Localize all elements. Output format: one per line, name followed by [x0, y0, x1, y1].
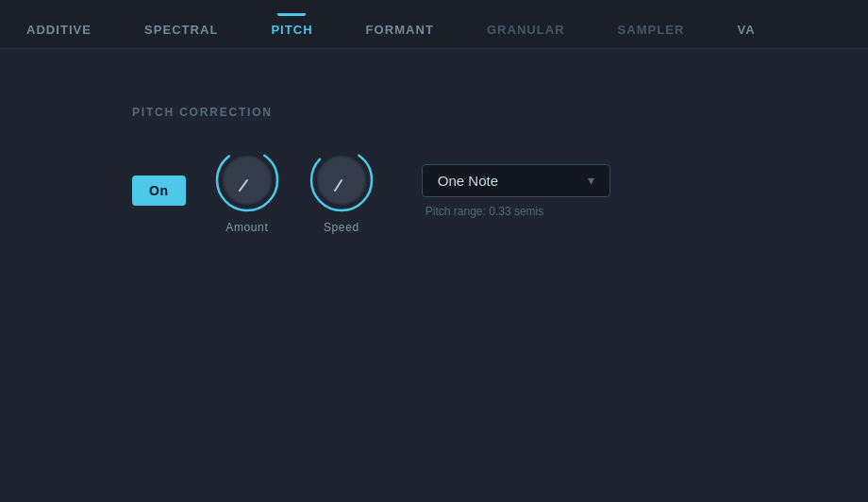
tab-granular[interactable]: GRANULAR: [460, 13, 592, 48]
tab-sampler[interactable]: SAMPLER: [592, 13, 711, 48]
tab-pitch[interactable]: PITCH: [244, 13, 339, 48]
speed-knob-container: Speed: [309, 147, 375, 234]
section-title: PITCH CORRECTION: [132, 106, 736, 119]
pitch-range-text: Pitch range: 0.33 semis: [422, 205, 610, 218]
controls-row: On Amount: [132, 147, 736, 234]
speed-label: Speed: [324, 221, 359, 234]
chevron-down-icon: ▾: [588, 173, 594, 188]
main-content: PITCH CORRECTION On Amount: [0, 49, 868, 291]
note-dropdown[interactable]: One Note ▾: [422, 164, 610, 197]
on-button[interactable]: On: [132, 176, 186, 206]
speed-knob[interactable]: [309, 147, 375, 213]
right-controls: One Note ▾ Pitch range: 0.33 semis: [422, 164, 610, 218]
tab-additive[interactable]: ADDITIVE: [0, 13, 118, 48]
tab-spectral[interactable]: SPECTRAL: [118, 13, 244, 48]
tab-formant[interactable]: FORMANT: [340, 13, 460, 48]
note-dropdown-value: One Note: [438, 173, 573, 189]
amount-label: Amount: [225, 221, 268, 234]
tab-bar: ADDITIVE SPECTRAL PITCH FORMANT GRANULAR…: [0, 0, 868, 49]
amount-knob-container: Amount: [214, 147, 280, 234]
tab-va[interactable]: VA: [710, 13, 781, 48]
amount-knob[interactable]: [214, 147, 280, 213]
